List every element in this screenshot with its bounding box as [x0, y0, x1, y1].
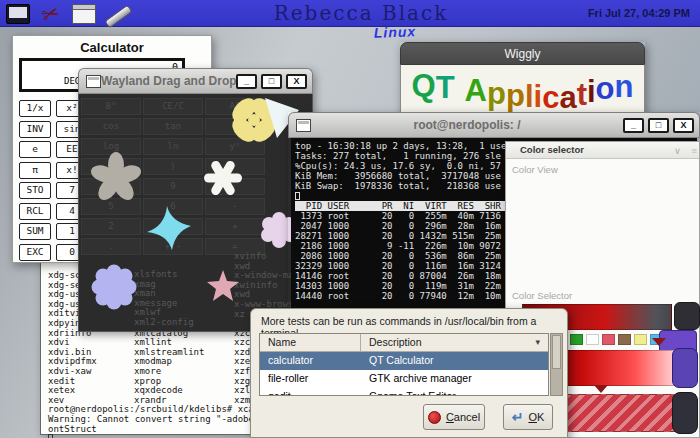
ok-button[interactable]: ↵ OK — [503, 404, 553, 430]
panel-edge-icon: ≡ — [691, 143, 697, 159]
pink-starfish-shape[interactable] — [207, 270, 239, 301]
tests-table: Name Description ▾ calculatorQT Calculat… — [259, 333, 549, 396]
desktop-subtitle: Linux — [340, 22, 450, 42]
calc-key-INV[interactable]: INV — [19, 121, 51, 138]
column-header-name[interactable]: Name — [260, 334, 361, 351]
wiggly-letter: p — [506, 76, 525, 115]
top-terminal-title: root@nerdopolis: / — [311, 118, 623, 132]
scrollbar-thumb[interactable] — [552, 335, 561, 369]
tests-rows: calculatorQT Calculatorfile-rollerGTK ar… — [260, 352, 548, 396]
top-table-header: PID USER PR NI VIRT RES SHR — [295, 201, 511, 211]
close-button[interactable]: X — [673, 118, 694, 133]
wiggly-letter: a — [559, 78, 576, 115]
wiggly-window[interactable]: Wiggly QT Application — [400, 42, 645, 115]
color-swatch[interactable] — [618, 334, 631, 345]
color-selector-titlebar[interactable]: Color selector ∨ ≡ — [506, 142, 699, 159]
wiggly-letter: n — [615, 67, 634, 107]
cancel-icon — [428, 411, 441, 424]
maximize-button[interactable]: □ — [261, 74, 282, 89]
table-row[interactable]: geditGnome Text Editor — [260, 388, 548, 396]
color-view-label: Color View — [512, 164, 558, 175]
table-row[interactable]: file-rollerGTK archive manager — [260, 370, 548, 388]
row-description: QT Calculator — [361, 352, 434, 370]
gradient-bar-end-knob[interactable] — [674, 302, 700, 330]
window-glyph-icon — [86, 75, 101, 88]
row-name: gedit — [260, 388, 361, 396]
color-selector-title: Color selector — [520, 144, 584, 155]
textured-bar-knob[interactable] — [672, 392, 698, 434]
wiggly-letter: i — [534, 77, 543, 115]
white-asterisk-shape[interactable] — [204, 159, 242, 196]
wiggly-letter: i — [587, 72, 596, 112]
calc-key-π[interactable]: π — [19, 162, 51, 179]
gradient-marker-icon[interactable] — [594, 385, 608, 393]
row-name: file-roller — [260, 370, 361, 388]
minimize-button[interactable]: _ — [623, 118, 644, 133]
calc-key-SUM[interactable]: SUM — [19, 223, 51, 240]
row-name: calculator — [260, 352, 361, 370]
color-swatch[interactable] — [634, 334, 647, 345]
wiggly-text: QT Application — [400, 65, 645, 115]
wiggly-letter: l — [525, 77, 534, 115]
table-row[interactable]: calculatorQT Calculator — [260, 352, 548, 370]
wiggly-letter: A — [465, 71, 487, 111]
cancel-button[interactable]: Cancel — [423, 404, 485, 430]
calc-key-e[interactable]: e — [19, 141, 51, 158]
taskbar: ✂ Rebecca Black Fri Jul 27, 04:29 PM — [0, 0, 700, 27]
close-button[interactable]: X — [286, 74, 307, 89]
column-header-description[interactable]: Description ▾ — [361, 334, 548, 351]
wiggly-letter: p — [487, 74, 506, 114]
wiggly-letter: o — [596, 69, 615, 109]
minimize-button[interactable]: _ — [236, 74, 257, 89]
color-swatch[interactable] — [570, 334, 583, 345]
dnd-window[interactable]: Wayland Drag and Drop D _ □ X 8°CE/CACco… — [78, 68, 313, 332]
dnd-titlebar[interactable]: Wayland Drag and Drop D _ □ X — [78, 68, 313, 94]
sort-arrow-icon[interactable]: ▾ — [535, 334, 540, 351]
dnd-shapes-layer — [79, 94, 313, 332]
wiggly-letter: Q — [412, 66, 436, 106]
gray-flower-shape[interactable] — [89, 152, 143, 204]
dnd-title: Wayland Drag and Drop D — [101, 74, 236, 88]
calc-key-RCL[interactable]: RCL — [19, 203, 51, 220]
color-selector-label: Color Selector — [512, 290, 572, 301]
maximize-button[interactable]: □ — [648, 118, 669, 133]
dialog-scrollbar[interactable] — [550, 333, 563, 396]
cyan-star-shape[interactable] — [147, 206, 191, 250]
ok-return-icon: ↵ — [512, 411, 524, 424]
chevron-down-icon[interactable]: ∨ — [674, 143, 681, 159]
dnd-canvas: 8°CE/CACcostanloglnyˣ()·89·56-23+.+/-= x… — [78, 94, 313, 332]
color-swatch[interactable] — [602, 334, 615, 345]
color-swatch[interactable] — [586, 334, 599, 345]
tests-table-header: Name Description ▾ — [260, 334, 548, 352]
swatch-marker-icon[interactable] — [652, 338, 666, 346]
wiggly-letter: t — [577, 75, 587, 115]
wiggly-letter: T — [436, 68, 455, 108]
wiggly-letter: c — [542, 78, 559, 115]
wiggly-titlebar[interactable]: Wiggly — [400, 42, 645, 65]
calc-key-STO[interactable]: STO — [19, 182, 51, 199]
gradient-bar-knob[interactable] — [672, 348, 698, 388]
calc-key-1/x[interactable]: 1/x — [19, 100, 51, 117]
calc-key-EXC[interactable]: EXC — [19, 244, 51, 261]
window-glyph-icon — [296, 119, 311, 132]
row-description: Gnome Text Editor — [361, 388, 456, 396]
row-description: GTK archive manager — [361, 370, 472, 388]
lavender-flower-shape[interactable] — [92, 265, 137, 310]
tests-dialog: More tests can be run as commands in /us… — [250, 308, 568, 438]
clock: Fri Jul 27, 04:29 PM — [588, 7, 690, 19]
top-terminal-titlebar[interactable]: root@nerdopolis: / _ □ X — [288, 112, 700, 138]
calculator-title: Calculator — [13, 40, 211, 55]
